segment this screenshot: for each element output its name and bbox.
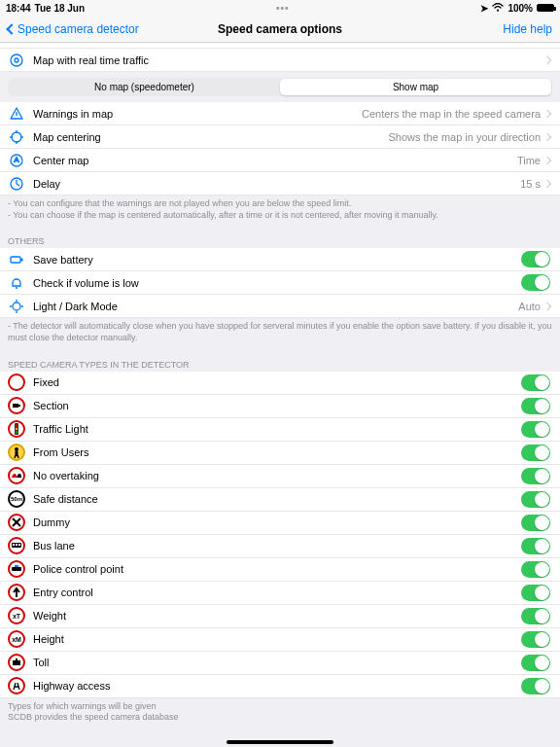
toggle-type[interactable] bbox=[521, 655, 550, 671]
type-icon bbox=[8, 420, 25, 438]
center-icon bbox=[8, 153, 25, 168]
chevron-right-icon bbox=[543, 132, 551, 140]
centering-icon bbox=[8, 129, 25, 145]
label: Fixed bbox=[33, 376, 521, 388]
svg-rect-35 bbox=[12, 567, 21, 571]
toggle-type[interactable] bbox=[521, 421, 550, 438]
type-icon: xT bbox=[8, 607, 25, 624]
row-type-no-overtaking[interactable]: No overtaking bbox=[0, 465, 560, 488]
svg-point-24 bbox=[16, 432, 18, 434]
map-toggle-segmented[interactable]: No map (speedometer) Show map bbox=[8, 78, 552, 96]
toggle-save-battery[interactable] bbox=[521, 251, 550, 267]
type-icon: 50m bbox=[8, 490, 25, 508]
label: Section bbox=[33, 400, 521, 411]
toggle-type[interactable] bbox=[521, 608, 550, 624]
chevron-left-icon bbox=[6, 23, 17, 34]
type-icon bbox=[8, 537, 25, 554]
row-type-weight[interactable]: xTWeight bbox=[0, 605, 560, 628]
row-type-safe-distance[interactable]: 50mSafe distance bbox=[0, 488, 560, 512]
label: Height bbox=[33, 633, 521, 645]
row-map-traffic[interactable]: Map with real time traffic bbox=[0, 49, 560, 72]
label: Warnings in map bbox=[33, 108, 362, 120]
toggle-type[interactable] bbox=[521, 468, 550, 484]
status-bar: 18:44 Tue 18 Jun ••• ➤ 100% bbox=[0, 0, 560, 16]
value: Auto bbox=[518, 301, 541, 312]
row-type-dummy[interactable]: Dummy bbox=[0, 512, 560, 535]
value: 15 s bbox=[520, 178, 541, 190]
segment-no-map[interactable]: No map (speedometer) bbox=[9, 79, 280, 95]
row-type-traffic-light[interactable]: Traffic Light bbox=[0, 418, 560, 442]
wifi-icon bbox=[492, 3, 504, 14]
row-type-from-users[interactable]: From Users bbox=[0, 442, 560, 465]
location-icon: ➤ bbox=[480, 3, 488, 14]
toggle-type[interactable] bbox=[521, 631, 550, 648]
toggle-type[interactable] bbox=[521, 561, 550, 578]
segment-show-map[interactable]: Show map bbox=[280, 79, 551, 95]
label: Bus lane bbox=[33, 540, 521, 551]
row-check-volume[interactable]: Check if volume is low bbox=[0, 271, 560, 295]
nav-bar: Speed camera detector Speed camera optio… bbox=[0, 16, 560, 43]
row-type-police-control-point[interactable]: Police control point bbox=[0, 558, 560, 582]
row-type-toll[interactable]: Toll bbox=[0, 652, 560, 675]
svg-rect-32 bbox=[13, 544, 15, 546]
label: Check if volume is low bbox=[33, 277, 521, 289]
label: Center map bbox=[33, 155, 517, 166]
mode-icon bbox=[8, 299, 25, 314]
section-types: SPEED CAMERA TYPES IN THE DETECTOR bbox=[0, 350, 560, 372]
svg-point-1 bbox=[11, 54, 22, 66]
row-save-battery[interactable]: Save battery bbox=[0, 248, 560, 271]
label: Light / Dark Mode bbox=[33, 301, 518, 312]
status-date: Tue 18 Jun bbox=[35, 3, 86, 14]
chevron-right-icon bbox=[543, 109, 551, 117]
toggle-type[interactable] bbox=[521, 398, 550, 414]
back-button[interactable]: Speed camera detector bbox=[8, 22, 139, 36]
toggle-type[interactable] bbox=[521, 538, 550, 554]
type-icon bbox=[8, 444, 25, 461]
row-light-dark-mode[interactable]: Light / Dark Mode Auto bbox=[0, 295, 560, 318]
toggle-check-volume[interactable] bbox=[521, 274, 550, 291]
row-map-centering[interactable]: Map centering Shows the map in your dire… bbox=[0, 125, 560, 149]
toggle-type[interactable] bbox=[521, 585, 550, 601]
svg-rect-39 bbox=[16, 658, 18, 661]
toggle-type[interactable] bbox=[521, 445, 550, 461]
footer-types: Types for which warnings will be given S… bbox=[0, 698, 560, 729]
label: Weight bbox=[33, 610, 521, 622]
row-type-height[interactable]: xMHeight bbox=[0, 628, 560, 652]
label: Highway access bbox=[33, 680, 521, 692]
hide-help-button[interactable]: Hide help bbox=[503, 22, 552, 36]
toggle-type[interactable] bbox=[521, 374, 550, 391]
bell-icon bbox=[8, 275, 25, 291]
label: Toll bbox=[33, 657, 521, 668]
value: Centers the map in the speed camera bbox=[362, 108, 541, 120]
toggle-type[interactable] bbox=[521, 491, 550, 508]
home-indicator bbox=[227, 740, 333, 744]
label: Map centering bbox=[33, 131, 388, 143]
row-type-fixed[interactable]: Fixed bbox=[0, 372, 560, 395]
label: Dummy bbox=[33, 516, 521, 528]
value: Time bbox=[517, 155, 541, 166]
value: Shows the map in your direction bbox=[388, 131, 541, 143]
chevron-right-icon bbox=[543, 179, 551, 187]
svg-point-4 bbox=[12, 132, 21, 142]
type-icon bbox=[8, 467, 25, 484]
label: Traffic Light bbox=[33, 423, 521, 435]
row-type-bus-lane[interactable]: Bus lane bbox=[0, 535, 560, 558]
toggle-type[interactable] bbox=[521, 678, 550, 694]
svg-line-27 bbox=[15, 455, 16, 458]
row-type-section[interactable]: Section bbox=[0, 395, 560, 418]
chevron-right-icon bbox=[543, 302, 551, 310]
svg-point-14 bbox=[13, 302, 20, 310]
svg-rect-13 bbox=[21, 259, 23, 261]
svg-rect-36 bbox=[15, 565, 18, 567]
row-type-highway-access[interactable]: Highway access bbox=[0, 675, 560, 698]
row-delay[interactable]: Delay 15 s bbox=[0, 172, 560, 196]
traffic-icon bbox=[8, 53, 25, 68]
toggle-type[interactable] bbox=[521, 515, 550, 531]
warning-icon bbox=[8, 106, 25, 122]
note-battery: - The detector will automatically close … bbox=[0, 318, 560, 349]
row-type-entry-control[interactable]: Entry control bbox=[0, 582, 560, 605]
row-center-map[interactable]: Center map Time bbox=[0, 149, 560, 172]
label: Safe distance bbox=[33, 493, 521, 505]
row-warnings-in-map[interactable]: Warnings in map Centers the map in the s… bbox=[0, 102, 560, 125]
label: No overtaking bbox=[33, 470, 521, 481]
